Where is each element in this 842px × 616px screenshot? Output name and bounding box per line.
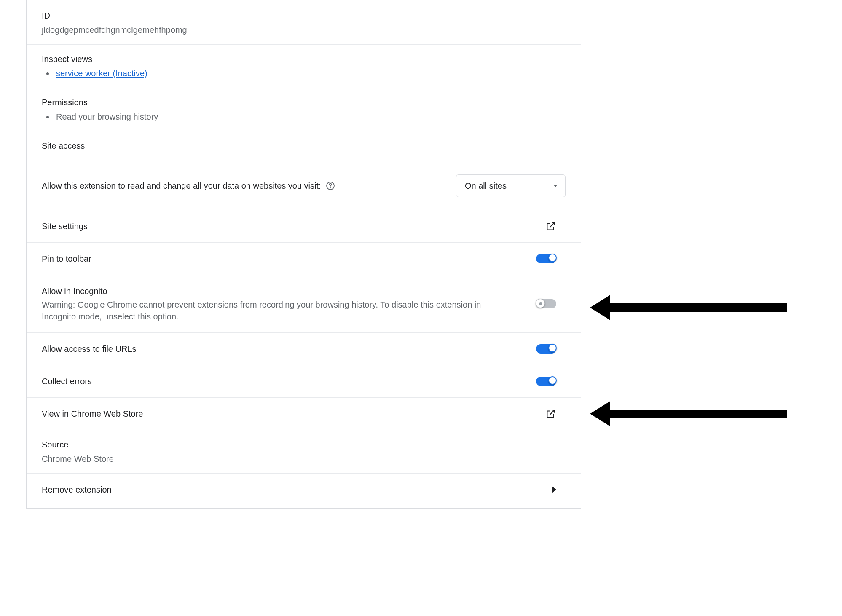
allow-file-urls-toggle[interactable] bbox=[536, 344, 556, 354]
inspect-views-item: service worker (Inactive) bbox=[54, 67, 566, 79]
permissions-section: Permissions Read your browsing history bbox=[27, 88, 581, 131]
help-icon[interactable] bbox=[325, 181, 335, 191]
allow-incognito-row: Allow in Incognito Warning: Google Chrom… bbox=[27, 275, 581, 333]
allow-file-urls-row: Allow access to file URLs bbox=[27, 333, 581, 365]
allow-incognito-label: Allow in Incognito bbox=[42, 285, 497, 297]
pin-to-toolbar-row: Pin to toolbar bbox=[27, 243, 581, 275]
allow-incognito-label-block: Allow in Incognito Warning: Google Chrom… bbox=[42, 285, 497, 322]
collect-errors-toggle[interactable] bbox=[536, 377, 556, 386]
site-access-prompt: Allow this extension to read and change … bbox=[42, 180, 335, 192]
permission-item: Read your browsing history bbox=[54, 111, 566, 123]
annotation-arrow bbox=[590, 295, 787, 320]
open-external-icon bbox=[545, 408, 556, 419]
annotation-arrow bbox=[590, 401, 787, 426]
inspect-views-section: Inspect views service worker (Inactive) bbox=[27, 45, 581, 88]
permissions-label: Permissions bbox=[42, 96, 566, 108]
id-label: ID bbox=[42, 10, 566, 21]
service-worker-link[interactable]: service worker (Inactive) bbox=[56, 69, 147, 78]
view-in-store-label: View in Chrome Web Store bbox=[42, 408, 143, 420]
svg-point-1 bbox=[330, 187, 331, 188]
allow-incognito-toggle[interactable] bbox=[536, 299, 556, 308]
view-in-store-row[interactable]: View in Chrome Web Store bbox=[27, 398, 581, 430]
site-access-label: Site access bbox=[42, 140, 566, 152]
source-section: Source Chrome Web Store bbox=[27, 430, 581, 474]
pin-to-toolbar-label: Pin to toolbar bbox=[42, 253, 91, 265]
pin-to-toolbar-toggle[interactable] bbox=[536, 254, 556, 263]
extension-detail-card: ID jldogdgepmcedfdhgnmclgemehfhpomg Insp… bbox=[26, 0, 581, 509]
site-settings-row[interactable]: Site settings bbox=[27, 210, 581, 243]
id-value: jldogdgepmcedfdhgnmclgemehfhpomg bbox=[42, 24, 566, 36]
allow-file-urls-label: Allow access to file URLs bbox=[42, 343, 137, 355]
site-access-section: Site access Allow this extension to read… bbox=[27, 131, 581, 210]
chevron-down-icon bbox=[553, 185, 558, 187]
source-label: Source bbox=[42, 439, 566, 450]
inspect-views-label: Inspect views bbox=[42, 53, 566, 65]
remove-extension-row[interactable]: Remove extension bbox=[27, 474, 581, 508]
id-section: ID jldogdgepmcedfdhgnmclgemehfhpomg bbox=[27, 0, 581, 45]
site-access-prompt-text: Allow this extension to read and change … bbox=[42, 180, 321, 192]
chevron-right-icon bbox=[552, 486, 556, 493]
allow-incognito-warning: Warning: Google Chrome cannot prevent ex… bbox=[42, 299, 497, 322]
remove-extension-label: Remove extension bbox=[42, 484, 112, 495]
source-value: Chrome Web Store bbox=[42, 453, 566, 465]
open-external-icon bbox=[545, 221, 556, 232]
collect-errors-row: Collect errors bbox=[27, 365, 581, 398]
collect-errors-label: Collect errors bbox=[42, 375, 92, 387]
site-access-dropdown[interactable]: On all sites bbox=[456, 174, 566, 197]
site-settings-label: Site settings bbox=[42, 220, 88, 232]
site-access-dropdown-value: On all sites bbox=[465, 181, 507, 190]
